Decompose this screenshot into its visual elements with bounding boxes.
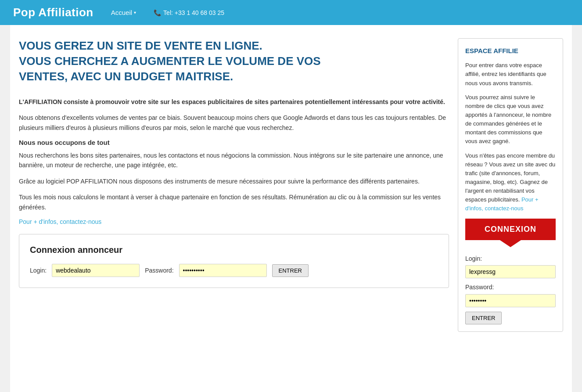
login-label: Login: bbox=[30, 267, 47, 274]
para2: Nous recherchons les bons sites partenai… bbox=[19, 151, 449, 170]
contact-link[interactable]: Pour + d'infos, contactez-nous bbox=[19, 218, 449, 225]
connexion-btn-arrow bbox=[500, 240, 521, 247]
sidebar-login-section: Login: Password: ENTRER bbox=[465, 254, 556, 324]
phone-number: Tel: +33 1 40 68 03 25 bbox=[163, 9, 224, 16]
hero-title: VOUS GEREZ UN SITE DE VENTE EN LIGNE. VO… bbox=[19, 38, 449, 84]
chevron-down-icon: ▾ bbox=[134, 10, 136, 15]
sidebar: ESPACE AFFILIE Pour entrer dans votre es… bbox=[458, 38, 563, 379]
login-input[interactable] bbox=[52, 264, 140, 277]
sidebar-para2: Vous pourrez ainsi suivre le nombre de c… bbox=[465, 93, 556, 146]
sidebar-login-input[interactable] bbox=[465, 265, 556, 278]
sidebar-para3: Vous n'êtes pas encore membre du réseau … bbox=[465, 151, 556, 213]
connexion-button[interactable]: CONNEXION bbox=[465, 219, 556, 240]
password-label: Password: bbox=[145, 267, 173, 274]
connexion-annonceur-title: Connexion annonceur bbox=[30, 245, 438, 255]
password-input[interactable] bbox=[179, 264, 267, 277]
main-content: VOUS GEREZ UN SITE DE VENTE EN LIGNE. VO… bbox=[19, 38, 449, 379]
para4: Tous les mois nous calculons le montant … bbox=[19, 192, 449, 212]
main-container: VOUS GEREZ UN SITE DE VENTE EN LIGNE. VO… bbox=[10, 25, 572, 392]
connexion-btn-wrap: CONNEXION bbox=[465, 219, 556, 247]
espace-affilie-box: ESPACE AFFILIE Pour entrer dans votre es… bbox=[458, 38, 563, 332]
connexion-annonceur-box: Connexion annonceur Login: Password: ENT… bbox=[19, 234, 449, 288]
sidebar-login-label: Login: bbox=[465, 254, 556, 264]
intro-bold-text: L'AFFILIATION consiste à promouvoir votr… bbox=[19, 97, 449, 107]
nav-accueil[interactable]: Accueil ▾ bbox=[111, 9, 136, 16]
sidebar-para3-text: Vous n'êtes pas encore membre du réseau … bbox=[465, 152, 555, 203]
entrer-button[interactable]: ENTRER bbox=[272, 264, 309, 277]
site-title: Pop Affiliation bbox=[13, 6, 93, 19]
para3: Grâce au logiciel POP AFFILIATION nous d… bbox=[19, 176, 449, 186]
sidebar-password-input[interactable] bbox=[465, 294, 556, 307]
para1: Nous obtenons d'excellents volumes de ve… bbox=[19, 113, 449, 133]
connexion-annonceur-form: Login: Password: ENTRER bbox=[30, 264, 438, 277]
phone-icon: 📞 bbox=[154, 9, 161, 16]
sidebar-para1: Pour entrer dans votre espace affilié, e… bbox=[465, 61, 556, 87]
sidebar-password-label: Password: bbox=[465, 283, 556, 292]
phone-info: 📞 Tel: +33 1 40 68 03 25 bbox=[154, 9, 224, 16]
nav-accueil-label: Accueil bbox=[111, 9, 132, 16]
espace-affilie-title: ESPACE AFFILIE bbox=[465, 46, 556, 56]
section-heading: Nous nous occupons de tout bbox=[19, 139, 449, 146]
sidebar-entrer-button[interactable]: ENTRER bbox=[465, 312, 502, 324]
site-header: Pop Affiliation Accueil ▾ 📞 Tel: +33 1 4… bbox=[0, 0, 582, 25]
